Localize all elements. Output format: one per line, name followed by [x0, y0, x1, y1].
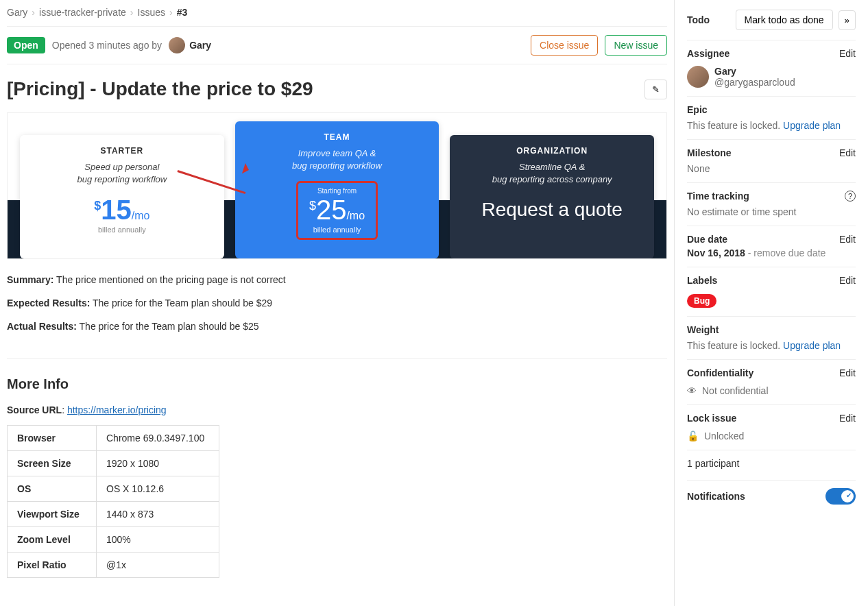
edit-title-button[interactable]: ✎ — [644, 80, 667, 99]
info-key: Viewport Size — [8, 502, 97, 527]
crumb-user[interactable]: Gary — [7, 7, 27, 18]
pencil-icon: ✎ — [652, 84, 660, 95]
info-key: Pixel Ratio — [8, 553, 97, 578]
summary-label: Summary: — [7, 274, 53, 285]
mark-todo-done-button[interactable]: Mark todo as done — [736, 10, 833, 30]
table-row: BrowserChrome 69.0.3497.100 — [8, 426, 219, 451]
plan-subtitle: Improve team QA & bug reporting workflow — [245, 147, 430, 171]
time-tracking-value: No estimate or time spent — [687, 204, 856, 217]
author-name: Gary — [189, 40, 211, 51]
info-value: Chrome 69.0.3497.100 — [97, 426, 219, 451]
info-value: 100% — [97, 527, 219, 553]
milestone-section-label: Milestone — [687, 147, 732, 158]
assignee-section-label: Assignee — [687, 48, 730, 59]
assignee-edit[interactable]: Edit — [839, 48, 856, 59]
more-info-heading: More Info — [7, 376, 667, 392]
plan-price: $15/mo — [29, 195, 215, 226]
participants-count: 1 participant — [687, 458, 739, 469]
avatar — [687, 66, 709, 88]
avatar — [169, 37, 185, 53]
assignee-chip[interactable]: Gary@garygasparcloud — [687, 66, 856, 88]
issue-title: [Pricing] - Update the price to $29 — [7, 78, 644, 100]
notifications-toggle[interactable]: ✔ — [825, 488, 856, 505]
more-info-section: More Info Source URL: https://marker.io/… — [7, 376, 667, 578]
plan-card-org: ORGANIZATION Streamline QA & bug reporti… — [450, 135, 654, 258]
plan-name: STARTER — [29, 146, 215, 156]
info-value: 1920 x 1080 — [97, 451, 219, 476]
plan-name: ORGANIZATION — [459, 146, 644, 156]
annotation-box: Starting from $25/mo billed annually — [296, 181, 378, 240]
milestone-value: None — [687, 161, 856, 174]
environment-table: BrowserChrome 69.0.3497.100Screen Size19… — [7, 425, 219, 578]
issue-sidebar: Todo Mark todo as done » AssigneeEdit Ga… — [674, 0, 868, 606]
label-chip-bug[interactable]: Bug — [687, 294, 716, 308]
remove-due-date[interactable]: - remove due date — [745, 247, 826, 258]
lock-edit[interactable]: Edit — [839, 413, 856, 424]
assignee-handle: @garygasparcloud — [714, 77, 795, 88]
weight-locked-text: This feature is locked. — [687, 340, 780, 351]
status-row: Open Opened 3 minutes ago by Gary Close … — [7, 27, 667, 64]
crumb-id: #3 — [177, 7, 188, 18]
table-row: Pixel Ratio@1x — [8, 553, 219, 578]
close-issue-button[interactable]: Close issue — [531, 35, 598, 56]
plan-card-starter: STARTER Speed up personal bug reporting … — [20, 135, 224, 258]
expected-label: Expected Results: — [7, 298, 90, 308]
info-value: OS X 10.12.6 — [97, 476, 219, 502]
expected-text: The price for the Team plan should be $2… — [93, 298, 272, 308]
summary-text: The price mentioned on the pricing page … — [56, 274, 286, 285]
table-row: Viewport Size1440 x 873 — [8, 502, 219, 527]
upgrade-plan-link[interactable]: Upgrade plan — [783, 340, 841, 351]
lock-open-icon: 🔓 — [687, 431, 699, 441]
info-key: Browser — [8, 426, 97, 451]
table-row: Screen Size1920 x 1080 — [8, 451, 219, 476]
info-key: Zoom Level — [8, 527, 97, 553]
plan-subtitle: Streamline QA & bug reporting across com… — [459, 161, 644, 185]
breadcrumb: Gary› issue-tracker-private› Issues› #3 — [7, 4, 667, 26]
epic-section-label: Epic — [687, 104, 708, 115]
issue-attachment-figure: STARTER Speed up personal bug reporting … — [7, 112, 667, 259]
todo-row: Todo Mark todo as done » — [687, 10, 856, 40]
weight-section-label: Weight — [687, 324, 719, 335]
starting-from: Starting from — [309, 187, 365, 195]
confidentiality-value: Not confidential — [702, 385, 769, 396]
time-tracking-section-label: Time tracking — [687, 191, 749, 202]
info-key: OS — [8, 476, 97, 502]
crumb-project[interactable]: issue-tracker-private — [39, 7, 126, 18]
issue-description: Summary: The price mentioned on the pric… — [7, 274, 667, 359]
confidentiality-edit[interactable]: Edit — [839, 367, 856, 378]
issue-main: Gary› issue-tracker-private› Issues› #3 … — [0, 0, 674, 606]
info-value: @1x — [97, 553, 219, 578]
plan-subtitle: Speed up personal bug reporting workflow — [29, 161, 215, 185]
labels-edit[interactable]: Edit — [839, 275, 856, 286]
labels-section-label: Labels — [687, 275, 717, 286]
assignee-name: Gary — [714, 66, 795, 77]
plan-price: $25/mo — [309, 195, 365, 226]
request-quote: Request a quote — [459, 199, 644, 221]
crumb-section[interactable]: Issues — [138, 7, 165, 18]
opened-text: Opened 3 minutes ago by — [52, 40, 162, 51]
source-url-link[interactable]: https://marker.io/pricing — [67, 404, 167, 415]
author-chip[interactable]: Gary — [169, 37, 211, 53]
eye-icon: 👁 — [687, 385, 697, 396]
milestone-edit[interactable]: Edit — [839, 147, 856, 158]
new-issue-button[interactable]: New issue — [605, 35, 667, 56]
info-value: 1440 x 873 — [97, 502, 219, 527]
source-url-label: Source URL — [7, 404, 62, 415]
epic-locked-text: This feature is locked. — [687, 120, 780, 131]
plan-card-team: TEAM Improve team QA & bug reporting wor… — [235, 121, 439, 258]
todo-label: Todo — [687, 14, 710, 25]
billing-note: billed annually — [309, 226, 365, 234]
billing-note: billed annually — [29, 226, 215, 234]
status-badge: Open — [7, 37, 45, 53]
table-row: OSOS X 10.12.6 — [8, 476, 219, 502]
actual-label: Actual Results: — [7, 321, 77, 332]
actual-text: The price for the Team plan should be $2… — [80, 321, 259, 332]
lock-section-label: Lock issue — [687, 413, 736, 424]
due-date-edit[interactable]: Edit — [839, 234, 856, 245]
confidentiality-section-label: Confidentiality — [687, 367, 754, 378]
plan-name: TEAM — [245, 132, 430, 142]
collapse-sidebar-button[interactable]: » — [839, 10, 856, 30]
lock-value: Unlocked — [704, 431, 744, 441]
upgrade-plan-link[interactable]: Upgrade plan — [783, 120, 841, 131]
help-icon[interactable]: ? — [845, 191, 856, 202]
